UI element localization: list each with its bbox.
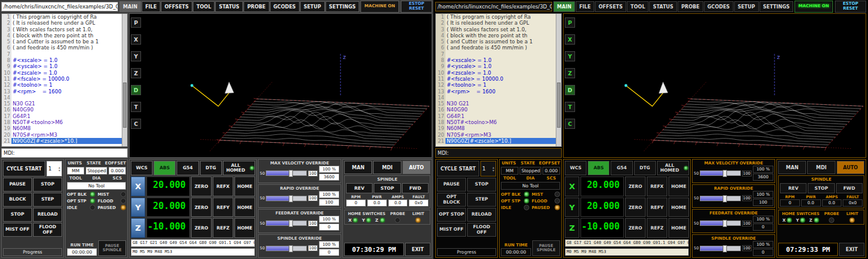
menu-button[interactable]: TOOL <box>193 1 215 12</box>
gcode-editor[interactable]: 1 ( This program is copyright of Ra 2 ( … <box>435 13 562 147</box>
gcode-line[interactable]: 4 ( block with the zero point at th <box>2 33 122 39</box>
zero-axis-button[interactable]: ZERO <box>625 198 646 217</box>
dro-tab[interactable]: ABS <box>588 161 609 175</box>
cycle-start-button[interactable]: CYCLE START <box>437 161 479 176</box>
menu-button[interactable]: FILE <box>576 1 594 12</box>
gcode-line[interactable]: 17 G64P.1 <box>2 113 122 119</box>
gcode-line[interactable]: 21 N90G0Z[#<zscale>*10.] <box>2 138 122 144</box>
home-axis-button[interactable]: HOME <box>668 176 689 196</box>
override-slider[interactable] <box>700 246 740 251</box>
menu-button[interactable]: PROBE <box>244 1 269 12</box>
slider-handle[interactable] <box>723 245 727 252</box>
view-button[interactable]: Z <box>131 68 141 78</box>
gcode-line[interactable]: 19 N60M8 <box>2 125 122 131</box>
view-button[interactable]: P <box>565 17 575 28</box>
gcode-line[interactable]: 10 #<zscale> = 1.0 <box>436 70 556 76</box>
mdi-input[interactable] <box>450 149 561 157</box>
ref-axis-button[interactable]: REFY <box>647 198 667 217</box>
zero-axis-button[interactable]: ZERO <box>191 176 212 196</box>
mode-button[interactable]: MAN <box>778 161 806 174</box>
menu-button[interactable]: STATUS <box>215 1 243 12</box>
scrollbar-thumb[interactable] <box>557 83 561 128</box>
gcode-line[interactable]: 9 #<yscale> = 1.0 <box>436 63 556 69</box>
dro-tab[interactable]: DTG <box>200 161 222 175</box>
menu-button[interactable]: OFFSETS <box>161 1 192 12</box>
menu-button[interactable]: FILE <box>142 1 160 12</box>
program-control-button[interactable]: STOP <box>33 178 62 192</box>
gcode-line[interactable]: 6 ( and feedrate is 450 mm/min ) <box>436 45 556 51</box>
mode-button[interactable]: MAN <box>344 161 372 174</box>
program-control-button[interactable]: FLOOD OFF <box>467 223 496 237</box>
ref-axis-button[interactable]: REFX <box>213 176 233 196</box>
axis-select-button[interactable]: Z <box>565 218 579 238</box>
gcode-line[interactable]: 11 #<fscale> = 10000.0 <box>436 76 556 82</box>
gcode-line[interactable]: 14 <box>436 95 556 101</box>
menu-button[interactable]: OFFSETS <box>595 1 626 12</box>
menu-button[interactable]: TOOL <box>627 1 649 12</box>
gcode-line[interactable]: 15 N30 G21 <box>2 101 122 107</box>
gcode-line[interactable]: 5 ( and Cutter is assumed to be a 1 <box>436 39 556 45</box>
program-control-button[interactable]: STEP <box>467 193 496 207</box>
axis-select-button[interactable]: X <box>131 176 145 196</box>
slider-handle[interactable] <box>723 170 727 177</box>
menu-button[interactable]: STATUS <box>649 1 677 12</box>
gcode-line[interactable]: 12 #<toolno> = 1 <box>2 82 122 88</box>
gcode-line[interactable]: 8 #<xscale> = 1.0 <box>436 57 556 63</box>
gcode-line[interactable]: 17 G64P.1 <box>436 113 556 119</box>
menu-button[interactable]: GCODES <box>704 1 734 12</box>
gcode-line[interactable]: 16 N40G90 <box>436 107 556 113</box>
spindle-button[interactable]: STOP <box>808 183 834 193</box>
dro-tab[interactable]: ABS <box>154 161 175 175</box>
editor-scrollbar[interactable] <box>556 14 561 146</box>
zero-axis-button[interactable]: ZERO <box>191 198 212 217</box>
gcode-line[interactable]: 5 ( and Cutter is assumed to be a 1 <box>2 39 122 45</box>
spindle-button[interactable]: REV <box>780 183 807 193</box>
gcode-line[interactable]: 12 #<toolno> = 1 <box>436 82 556 88</box>
axis-select-button[interactable]: X <box>565 176 579 196</box>
view-button[interactable]: C <box>131 119 141 129</box>
exit-button[interactable]: EXIT <box>405 243 430 256</box>
gcode-line[interactable]: 16 N40G90 <box>2 107 122 113</box>
program-control-button[interactable]: FLOOD OFF <box>33 223 62 237</box>
menu-button[interactable]: SETUP <box>300 1 325 12</box>
override-slider[interactable] <box>700 170 740 176</box>
slider-handle[interactable] <box>289 195 293 202</box>
gcode-line[interactable]: 13 #<rpm> = 1600 <box>2 89 122 95</box>
program-control-button[interactable]: OPT STOP <box>437 208 466 222</box>
slider-handle[interactable] <box>289 245 293 252</box>
program-control-button[interactable]: MIST OFF <box>3 223 32 237</box>
file-path-display[interactable]: /home/chris/linuxcnc/nc_files/examples/3… <box>1 2 118 11</box>
slider-handle[interactable] <box>723 220 727 227</box>
program-control-button[interactable]: OPT BLOCK <box>437 193 466 207</box>
gcode-editor[interactable]: 1 ( This program is copyright of Ra 2 ( … <box>1 13 128 147</box>
mdi-input[interactable] <box>16 149 127 157</box>
estop-reset-button[interactable]: ESTOP RESET <box>835 1 866 13</box>
view-button[interactable]: T <box>565 102 575 112</box>
view-button[interactable]: X <box>565 34 575 45</box>
spindle-button[interactable]: FWD <box>836 183 863 193</box>
toolpath-preview[interactable]: P X Y Z D T C Z <box>563 13 866 158</box>
home-axis-button[interactable]: HOME <box>668 198 689 217</box>
gcode-line[interactable]: 3 ( With scales factors set at 1.0, <box>2 27 122 33</box>
home-axis-button[interactable]: HOME <box>234 198 255 217</box>
mode-button[interactable]: MDI <box>807 161 835 174</box>
dro-tab[interactable]: ALL HOMED <box>223 161 255 175</box>
pause-spindle-button[interactable]: PAUSE SPINDLE <box>98 240 126 256</box>
program-control-button[interactable]: RELOAD <box>33 208 62 222</box>
gcode-line[interactable]: 8 #<xscale> = 1.0 <box>2 57 122 63</box>
ref-axis-button[interactable]: REFY <box>213 198 233 217</box>
gcode-line[interactable]: 1 ( This program is copyright of Ra <box>436 14 556 20</box>
view-button[interactable]: Z <box>565 68 575 78</box>
view-button[interactable]: Y <box>131 51 141 61</box>
gcode-line[interactable]: 2 ( It is released here under a GPL <box>2 20 122 26</box>
dro-tab[interactable]: G54 <box>177 161 198 175</box>
program-control-button[interactable]: PAUSE <box>437 178 466 192</box>
editor-scrollbar[interactable] <box>122 14 127 146</box>
zero-axis-button[interactable]: ZERO <box>625 176 646 196</box>
program-control-button[interactable]: STEP <box>33 193 62 207</box>
gcode-line[interactable]: 9 #<yscale> = 1.0 <box>2 63 122 69</box>
override-slider[interactable] <box>700 196 740 201</box>
menu-button[interactable]: MAIN <box>119 1 141 12</box>
gcode-line[interactable]: 3 ( With scales factors set at 1.0, <box>436 27 556 33</box>
menu-button[interactable]: GCODES <box>270 1 300 12</box>
